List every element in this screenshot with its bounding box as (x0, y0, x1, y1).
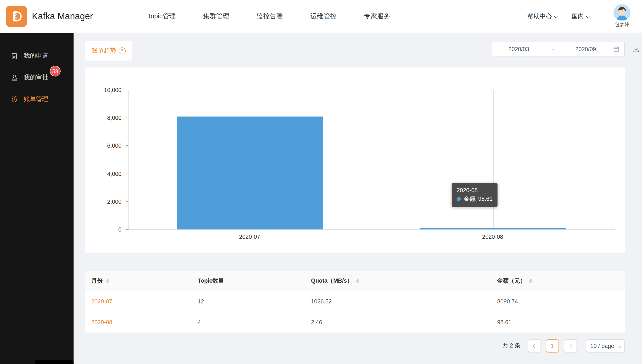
clipboard-icon (11, 52, 18, 60)
date-end-input[interactable]: 2020/09 (558, 46, 613, 52)
chart-bar-2020-08[interactable] (420, 228, 566, 230)
y-axis-tick-mark (126, 90, 128, 90)
user-menu[interactable]: 包梦婷 (612, 4, 631, 28)
column-header-topic-count: Topic数量 (191, 277, 304, 284)
chevron-left-icon (532, 344, 537, 348)
sort-icon (356, 278, 359, 283)
tab-label: 账单趋势 (91, 47, 116, 54)
download-icon (632, 46, 639, 53)
chevron-down-icon (585, 14, 590, 18)
month-link[interactable]: 2020-08 (91, 319, 112, 326)
tooltip-title: 2020-08 (457, 186, 493, 195)
sort-icon (106, 278, 109, 283)
quota-value: 1026.52 (304, 298, 491, 305)
y-axis-tick-label: 8,000 (85, 115, 122, 121)
x-axis-label: 2020-08 (482, 234, 503, 240)
x-axis-labels: 2020-072020-08 (128, 234, 614, 242)
top-nav: Topic管理 集群管理 监控告警 运维管控 专家服务 (147, 0, 390, 33)
column-header-month[interactable]: 月份 (85, 277, 191, 284)
series-dot-icon (457, 197, 461, 201)
avatar[interactable] (614, 4, 630, 21)
sidebar-item-label: 账单管理 (24, 95, 49, 103)
y-axis-tick-label: 4,000 (85, 170, 122, 177)
avatar-image (614, 4, 630, 21)
sidebar-item-my-approvals[interactable]: 我的审批 58 (0, 67, 74, 88)
date-range-picker[interactable]: 2020/03 ~ 2020/09 (491, 42, 625, 56)
username: 包梦婷 (615, 21, 629, 28)
approvals-count-badge: 58 (50, 66, 61, 76)
help-center-menu[interactable]: 帮助中心 (527, 12, 557, 20)
nav-monitor-alert[interactable]: 监控告警 (257, 12, 283, 20)
help-question-icon: ? (119, 47, 126, 54)
header-right: 帮助中心 国内 包梦婷 (527, 0, 631, 33)
gridline (129, 230, 615, 230)
y-axis-tick-label: 6,000 (85, 142, 122, 149)
y-axis-labels: 02,0004,0006,0008,00010,000 (85, 90, 128, 230)
x-axis-label: 2020-07 (239, 234, 260, 240)
month-link[interactable]: 2020-07 (91, 298, 112, 305)
chart-crosshair (493, 90, 494, 230)
y-axis-tick-mark (126, 229, 128, 230)
download-button[interactable] (630, 44, 642, 55)
total-count-label: 共 2 条 (502, 342, 520, 350)
main-content: 账单趋势 ? 2020/03 ~ 2020/09 02,0004,0006,00… (74, 33, 642, 364)
sidebar-item-label: 我的审批 (24, 74, 49, 82)
app: Kafka Manager Topic管理 集群管理 监控告警 运维管控 专家服… (0, 0, 642, 364)
region-menu[interactable]: 国内 (572, 12, 589, 20)
app-logo (6, 6, 27, 27)
amount-value: 8090.74 (491, 298, 625, 305)
bill-table: 月份 Topic数量 Quota（MB/s） 金额（元） 2020-07 12 (85, 271, 625, 333)
sidebar-item-bill-management[interactable]: 账单管理 (0, 88, 74, 110)
y-axis-tick-mark (126, 174, 128, 174)
table-row: 2020-08 4 2.46 98.61 (85, 312, 625, 333)
quota-value: 2.46 (304, 319, 491, 326)
chevron-right-icon (567, 344, 572, 348)
nav-expert-service[interactable]: 专家服务 (364, 12, 390, 20)
tab-bill-trend[interactable]: 账单趋势 ? (85, 41, 132, 60)
stamp-icon (11, 74, 18, 81)
sidebar-item-my-applications[interactable]: 我的申请 (0, 45, 74, 67)
column-header-amount[interactable]: 金额（元） (491, 277, 625, 284)
calendar-icon (613, 46, 624, 52)
pagination: 共 2 条 1 10 / page (502, 339, 625, 352)
nav-cluster-management[interactable]: 集群管理 (203, 12, 229, 20)
y-axis-tick-mark (126, 118, 128, 118)
sidebar-item-label: 我的申请 (24, 52, 49, 60)
y-axis-tick-label: 0 (85, 226, 122, 233)
column-header-quota[interactable]: Quota（MB/s） (304, 277, 491, 284)
help-center-label: 帮助中心 (527, 12, 552, 20)
tooltip-value: 金额: 98.61 (463, 195, 492, 204)
header: Kafka Manager Topic管理 集群管理 监控告警 运维管控 专家服… (0, 0, 642, 33)
chevron-down-icon (553, 14, 558, 18)
y-axis-tick-mark (126, 146, 128, 146)
sidebar: 我的申请 我的审批 58 账单管理 (0, 33, 74, 364)
topic-count-value: 4 (191, 319, 304, 326)
region-label: 国内 (572, 12, 584, 20)
chart-tooltip: 2020-08 金额: 98.61 (452, 183, 497, 207)
table-header-row: 月份 Topic数量 Quota（MB/s） 金额（元） (85, 271, 625, 291)
sort-icon (529, 278, 532, 283)
topic-count-value: 12 (191, 298, 304, 305)
page-size-value: 10 / page (590, 343, 614, 349)
chart-plot: 2020-08 金额: 98.61 (128, 90, 615, 230)
y-axis-tick-mark (126, 201, 128, 202)
page-size-select[interactable]: 10 / page (586, 339, 625, 352)
nav-ops-control[interactable]: 运维管控 (310, 12, 337, 20)
prev-page-button[interactable] (528, 339, 541, 352)
chart-panel: 02,0004,0006,0008,00010,000 2020-08 金额: … (85, 67, 625, 252)
chart-bar-2020-07[interactable] (177, 117, 323, 230)
amount-value: 98.61 (491, 319, 625, 326)
nav-topic-management[interactable]: Topic管理 (147, 12, 176, 20)
date-range-separator: ~ (546, 46, 558, 52)
page-1-button[interactable]: 1 (546, 339, 559, 352)
next-page-button[interactable] (564, 339, 577, 352)
page-title: Kafka Manager (32, 0, 93, 33)
logo-knot-icon (10, 10, 23, 23)
y-axis-tick-label: 2,000 (85, 198, 122, 205)
chevron-down-icon (617, 344, 621, 348)
table-row: 2020-07 12 1026.52 8090.74 (85, 291, 625, 312)
alarm-bell-icon (11, 96, 18, 103)
y-axis-tick-label: 10,000 (85, 86, 122, 93)
date-start-input[interactable]: 2020/03 (491, 46, 546, 52)
sidebar-bottom-box (35, 360, 74, 364)
